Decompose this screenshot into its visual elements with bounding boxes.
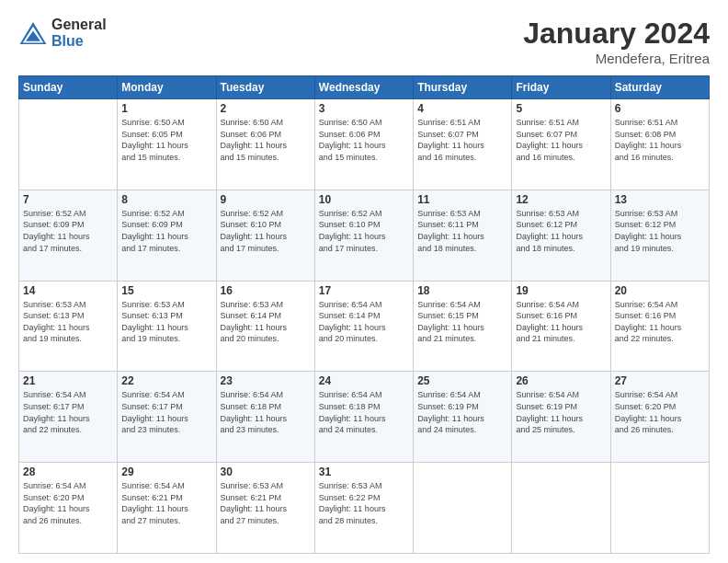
calendar-cell: 29Sunrise: 6:54 AM Sunset: 6:21 PM Dayli… [118,463,216,554]
day-info: Sunrise: 6:52 AM Sunset: 6:09 PM Dayligh… [121,208,211,254]
day-number: 7 [23,193,113,206]
calendar-cell [512,463,610,554]
day-info: Sunrise: 6:50 AM Sunset: 6:05 PM Dayligh… [121,117,211,163]
day-number: 10 [319,193,409,206]
calendar-cell: 18Sunrise: 6:54 AM Sunset: 6:15 PM Dayli… [414,281,512,372]
day-number: 8 [121,193,211,206]
calendar-cell [414,463,512,554]
day-info: Sunrise: 6:54 AM Sunset: 6:21 PM Dayligh… [121,480,211,526]
day-number: 1 [121,102,211,115]
title-section: January 2024 Mendefera, Eritrea [523,17,710,66]
day-info: Sunrise: 6:54 AM Sunset: 6:16 PM Dayligh… [516,299,606,345]
day-number: 11 [417,193,507,206]
day-info: Sunrise: 6:54 AM Sunset: 6:16 PM Dayligh… [615,299,705,345]
day-number: 9 [221,193,311,206]
calendar-cell: 31Sunrise: 6:53 AM Sunset: 6:22 PM Dayli… [314,463,413,554]
calendar-cell: 3Sunrise: 6:50 AM Sunset: 6:06 PM Daylig… [314,99,413,190]
calendar-cell: 16Sunrise: 6:53 AM Sunset: 6:14 PM Dayli… [216,281,314,372]
day-info: Sunrise: 6:50 AM Sunset: 6:06 PM Dayligh… [319,117,409,163]
calendar-cell: 1Sunrise: 6:50 AM Sunset: 6:05 PM Daylig… [118,99,216,190]
logo-general-text: General [51,17,107,33]
day-number: 16 [221,284,311,297]
subtitle: Mendefera, Eritrea [523,51,710,66]
day-info: Sunrise: 6:54 AM Sunset: 6:18 PM Dayligh… [221,389,311,435]
day-number: 12 [516,193,606,206]
calendar-cell: 20Sunrise: 6:54 AM Sunset: 6:16 PM Dayli… [610,281,709,372]
day-info: Sunrise: 6:51 AM Sunset: 6:07 PM Dayligh… [516,117,606,163]
header-saturday: Saturday [610,76,709,99]
calendar-cell: 19Sunrise: 6:54 AM Sunset: 6:16 PM Dayli… [512,281,610,372]
day-number: 22 [121,374,211,387]
calendar-cell [19,99,118,190]
day-number: 30 [221,465,311,478]
week-row-3: 21Sunrise: 6:54 AM Sunset: 6:17 PM Dayli… [19,372,710,463]
day-number: 3 [319,102,409,115]
header-thursday: Thursday [414,76,512,99]
day-info: Sunrise: 6:50 AM Sunset: 6:06 PM Dayligh… [221,117,311,163]
day-number: 24 [319,374,409,387]
week-row-1: 7Sunrise: 6:52 AM Sunset: 6:09 PM Daylig… [19,190,710,281]
week-row-0: 1Sunrise: 6:50 AM Sunset: 6:05 PM Daylig… [19,99,710,190]
day-number: 6 [615,102,705,115]
day-info: Sunrise: 6:54 AM Sunset: 6:15 PM Dayligh… [417,299,507,345]
day-number: 27 [615,374,705,387]
calendar-cell: 17Sunrise: 6:54 AM Sunset: 6:14 PM Dayli… [314,281,413,372]
calendar-cell: 4Sunrise: 6:51 AM Sunset: 6:07 PM Daylig… [414,99,512,190]
calendar-cell: 10Sunrise: 6:52 AM Sunset: 6:10 PM Dayli… [314,190,413,281]
day-info: Sunrise: 6:52 AM Sunset: 6:10 PM Dayligh… [319,208,409,254]
day-info: Sunrise: 6:53 AM Sunset: 6:13 PM Dayligh… [121,299,211,345]
day-info: Sunrise: 6:54 AM Sunset: 6:17 PM Dayligh… [121,389,211,435]
header-friday: Friday [512,76,610,99]
logo-text: General Blue [51,17,107,49]
day-number: 29 [121,465,211,478]
day-number: 28 [23,465,113,478]
calendar-header-row: SundayMondayTuesdayWednesdayThursdayFrid… [19,76,710,99]
calendar-cell: 21Sunrise: 6:54 AM Sunset: 6:17 PM Dayli… [19,372,118,463]
logo-blue-text: Blue [51,33,107,50]
calendar-cell: 28Sunrise: 6:54 AM Sunset: 6:20 PM Dayli… [19,463,118,554]
header-tuesday: Tuesday [216,76,314,99]
day-number: 26 [516,374,606,387]
calendar-cell: 9Sunrise: 6:52 AM Sunset: 6:10 PM Daylig… [216,190,314,281]
day-info: Sunrise: 6:54 AM Sunset: 6:19 PM Dayligh… [516,389,606,435]
day-info: Sunrise: 6:53 AM Sunset: 6:22 PM Dayligh… [319,480,409,526]
day-info: Sunrise: 6:52 AM Sunset: 6:10 PM Dayligh… [221,208,311,254]
day-number: 23 [221,374,311,387]
calendar-cell: 12Sunrise: 6:53 AM Sunset: 6:12 PM Dayli… [512,190,610,281]
day-info: Sunrise: 6:53 AM Sunset: 6:12 PM Dayligh… [516,208,606,254]
calendar-cell: 26Sunrise: 6:54 AM Sunset: 6:19 PM Dayli… [512,372,610,463]
calendar-cell: 30Sunrise: 6:53 AM Sunset: 6:21 PM Dayli… [216,463,314,554]
week-row-2: 14Sunrise: 6:53 AM Sunset: 6:13 PM Dayli… [19,281,710,372]
day-info: Sunrise: 6:53 AM Sunset: 6:13 PM Dayligh… [23,299,113,345]
day-info: Sunrise: 6:54 AM Sunset: 6:20 PM Dayligh… [615,389,705,435]
day-number: 19 [516,284,606,297]
calendar-cell: 27Sunrise: 6:54 AM Sunset: 6:20 PM Dayli… [610,372,709,463]
calendar-cell: 24Sunrise: 6:54 AM Sunset: 6:18 PM Dayli… [314,372,413,463]
day-number: 13 [615,193,705,206]
calendar-cell: 13Sunrise: 6:53 AM Sunset: 6:12 PM Dayli… [610,190,709,281]
calendar-cell: 23Sunrise: 6:54 AM Sunset: 6:18 PM Dayli… [216,372,314,463]
calendar-cell: 22Sunrise: 6:54 AM Sunset: 6:17 PM Dayli… [118,372,216,463]
header-sunday: Sunday [19,76,118,99]
page: General Blue January 2024 Mendefera, Eri… [0,0,728,563]
day-number: 2 [221,102,311,115]
top-section: General Blue January 2024 Mendefera, Eri… [18,17,710,66]
main-title: January 2024 [523,17,710,51]
day-number: 18 [417,284,507,297]
header-monday: Monday [118,76,216,99]
logo: General Blue [18,17,107,49]
day-number: 31 [319,465,409,478]
calendar-cell: 14Sunrise: 6:53 AM Sunset: 6:13 PM Dayli… [19,281,118,372]
day-info: Sunrise: 6:52 AM Sunset: 6:09 PM Dayligh… [23,208,113,254]
day-info: Sunrise: 6:54 AM Sunset: 6:18 PM Dayligh… [319,389,409,435]
calendar-cell: 6Sunrise: 6:51 AM Sunset: 6:08 PM Daylig… [610,99,709,190]
calendar-cell: 15Sunrise: 6:53 AM Sunset: 6:13 PM Dayli… [118,281,216,372]
day-info: Sunrise: 6:53 AM Sunset: 6:12 PM Dayligh… [615,208,705,254]
day-number: 21 [23,374,113,387]
header-wednesday: Wednesday [314,76,413,99]
day-info: Sunrise: 6:54 AM Sunset: 6:20 PM Dayligh… [23,480,113,526]
day-info: Sunrise: 6:54 AM Sunset: 6:14 PM Dayligh… [319,299,409,345]
calendar-cell: 5Sunrise: 6:51 AM Sunset: 6:07 PM Daylig… [512,99,610,190]
day-number: 5 [516,102,606,115]
day-info: Sunrise: 6:51 AM Sunset: 6:08 PM Dayligh… [615,117,705,163]
